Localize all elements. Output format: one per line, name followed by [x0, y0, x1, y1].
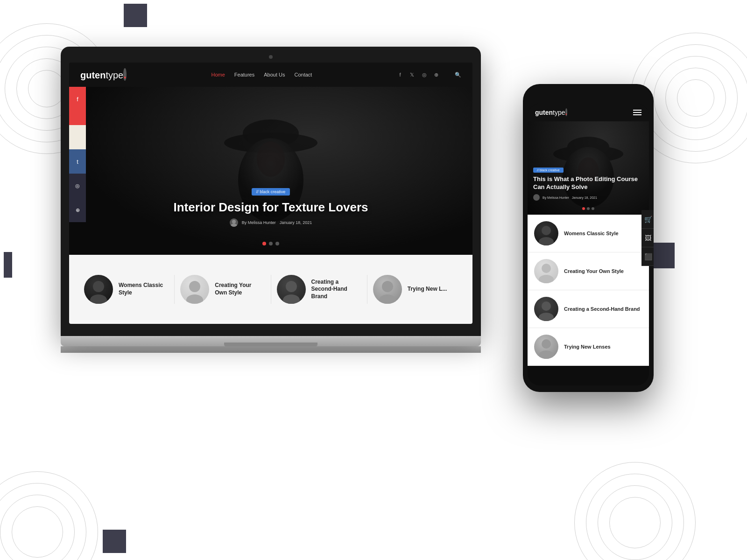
phone-logo-type: type: [553, 109, 565, 116]
svg-point-20: [542, 264, 551, 273]
phone-article-thumb-4: [534, 335, 558, 359]
phone-article-thumb-3: [534, 297, 558, 321]
circle-group-bottom-right: [570, 457, 700, 560]
svg-point-24: [542, 339, 551, 349]
phone-hero-title: This is What a Photo Editing Course Can …: [533, 175, 643, 191]
phone-author: By Melissa Hunter: [543, 196, 569, 199]
twitter-icon[interactable]: 𝕏: [409, 71, 416, 78]
dribbble-icon[interactable]: ⊕: [433, 71, 440, 78]
phone-dot-1[interactable]: [582, 207, 585, 210]
hero-tag: // black creative: [252, 188, 290, 196]
article-info-3: Creating a Second-Hand Brand: [311, 279, 361, 301]
svg-point-21: [539, 275, 554, 283]
svg-point-19: [539, 237, 554, 245]
hero-meta: By Melissa Hunter January 18, 2021: [69, 218, 472, 227]
phone-icon-gallery[interactable]: 🖼: [641, 229, 654, 247]
sidebar-facebook[interactable]: f: [69, 87, 86, 111]
svg-point-10: [286, 281, 297, 292]
phone-hero-dots: [528, 207, 649, 210]
sidebar-dribbble-icon: ⊕: [76, 207, 80, 213]
phone-article-item-2[interactable]: Creating Your Own Style: [528, 252, 649, 290]
svg-point-4: [232, 220, 236, 224]
phone-article-title-1: Womens Classic Style: [564, 230, 619, 237]
phone-logo-guten: guten: [535, 109, 553, 116]
phone-article-thumb-1: [534, 221, 558, 245]
phone-icon-cart[interactable]: 🛒: [641, 210, 654, 229]
sidebar-instagram[interactable]: ◎: [69, 174, 86, 198]
nav-link-home[interactable]: Home: [211, 72, 225, 77]
phone-screen: gutentype.: [528, 104, 649, 385]
laptop-hero: // black creative Interior Design for Te…: [69, 87, 472, 255]
sidebar-twitter[interactable]: t: [69, 149, 86, 174]
phone-dot-2[interactable]: [587, 207, 590, 210]
deco-square-4: [103, 530, 126, 553]
phone-nav: gutentype.: [528, 104, 649, 121]
article-title-2: Creating Your Own Style: [215, 282, 265, 296]
deco-square-1: [124, 4, 147, 27]
phone-article-item-3[interactable]: Creating a Second-Hand Brand: [528, 290, 649, 328]
laptop: gutentype. Home Features About Us Contac…: [61, 47, 481, 373]
article-item-2[interactable]: Creating Your Own Style: [175, 275, 271, 304]
hamburger-line-3: [633, 114, 641, 115]
svg-point-7: [90, 294, 107, 304]
phone-hero: // black creative This is What a Photo E…: [528, 121, 649, 215]
svg-point-9: [186, 294, 203, 304]
article-thumb-2: [180, 275, 209, 304]
phone-article-item-4[interactable]: Trying New Lenses: [528, 328, 649, 366]
hamburger-menu[interactable]: [633, 110, 641, 115]
sidebar-twitter-icon: t: [77, 158, 78, 165]
svg-point-22: [542, 301, 551, 311]
phone-right-icons: 🛒 🖼 ⬛: [641, 210, 654, 266]
svg-point-25: [539, 350, 554, 359]
hero-dot-2[interactable]: [269, 242, 273, 245]
phone-avatar: [533, 194, 540, 201]
article-title-4: Trying New L...: [408, 286, 447, 293]
article-info-2: Creating Your Own Style: [215, 282, 265, 296]
article-item-4[interactable]: Trying New L...: [367, 275, 463, 304]
sidebar-facebook-icon: f: [77, 96, 78, 103]
svg-point-13: [379, 294, 396, 304]
sidebar-dribbble[interactable]: ⊕: [69, 198, 86, 222]
nav-social: f 𝕏 ◎ ⊕ 🔍: [397, 71, 461, 78]
phone-article-thumb-2: [534, 259, 558, 283]
nav-link-about[interactable]: About Us: [264, 72, 285, 77]
laptop-body: gutentype. Home Features About Us Contac…: [61, 47, 481, 336]
hamburger-line-1: [633, 110, 641, 111]
phone-article-title-4: Trying New Lenses: [564, 343, 611, 350]
laptop-base: [61, 336, 481, 346]
phone-hero-tag: // black creative: [533, 168, 564, 173]
logo-guten: guten: [80, 70, 106, 80]
phone-article-title-2: Creating Your Own Style: [564, 268, 624, 274]
phone-article-item-1[interactable]: Womens Classic Style: [528, 215, 649, 252]
article-item-3[interactable]: Creating a Second-Hand Brand: [271, 275, 367, 304]
hamburger-line-2: [633, 112, 641, 113]
nav-link-features[interactable]: Features: [234, 72, 254, 77]
laptop-nav: gutentype. Home Features About Us Contac…: [69, 63, 472, 87]
phone-hero-meta: By Melissa Hunter January 18, 2021: [533, 194, 643, 201]
laptop-camera: [269, 55, 273, 59]
svg-point-12: [382, 281, 393, 292]
nav-links: Home Features About Us Contact: [211, 72, 312, 77]
phone: gutentype.: [523, 84, 654, 392]
hero-dot-3[interactable]: [275, 242, 279, 245]
svg-point-11: [283, 294, 300, 304]
phone-dot-3[interactable]: [592, 207, 594, 210]
phone-icon-browser[interactable]: ⬛: [641, 247, 654, 266]
logo-type: type: [106, 70, 123, 80]
nav-link-contact[interactable]: Contact: [295, 72, 312, 77]
phone-article-title-3: Creating a Second-Hand Brand: [564, 306, 640, 312]
sidebar-spacer2: [69, 125, 86, 149]
article-thumb-3: [277, 275, 306, 304]
hero-dot-1[interactable]: [262, 242, 266, 245]
facebook-icon[interactable]: f: [397, 71, 403, 78]
sidebar-instagram-icon: ◎: [75, 183, 80, 189]
hero-dots: [69, 242, 472, 245]
instagram-icon[interactable]: ◎: [421, 71, 428, 78]
hero-person-silhouette: [205, 87, 336, 255]
article-item-1[interactable]: Womens Classic Style: [78, 275, 175, 304]
article-thumb-1: [84, 275, 113, 304]
article-title-3: Creating a Second-Hand Brand: [311, 279, 361, 301]
search-icon[interactable]: 🔍: [455, 71, 461, 78]
svg-point-5: [231, 224, 237, 227]
hero-date: January 18, 2021: [280, 220, 312, 225]
